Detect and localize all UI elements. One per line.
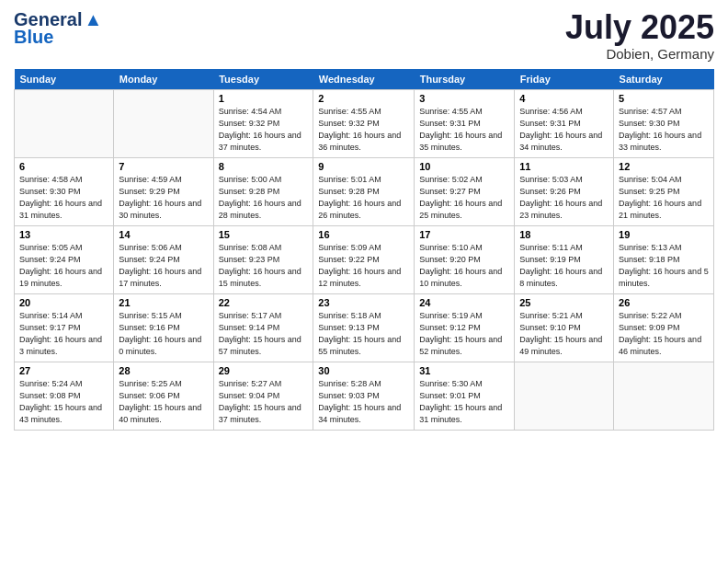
calendar-week-2: 6 Sunrise: 4:58 AMSunset: 9:30 PMDayligh… xyxy=(15,157,714,225)
day-number: 15 xyxy=(219,229,309,240)
day-number: 28 xyxy=(119,365,208,376)
day-number: 8 xyxy=(219,161,309,172)
calendar-cell: 15 Sunrise: 5:08 AMSunset: 9:23 PMDaylig… xyxy=(213,225,313,293)
calendar-cell: 19 Sunrise: 5:13 AMSunset: 9:18 PMDaylig… xyxy=(614,225,714,293)
day-info: Sunrise: 5:08 AMSunset: 9:23 PMDaylight:… xyxy=(219,242,309,290)
day-info: Sunrise: 5:22 AMSunset: 9:09 PMDaylight:… xyxy=(619,310,709,358)
calendar-cell: 30 Sunrise: 5:28 AMSunset: 9:03 PMDaylig… xyxy=(313,362,415,430)
calendar-cell: 14 Sunrise: 5:06 AMSunset: 9:24 PMDaylig… xyxy=(114,225,213,293)
day-info: Sunrise: 5:27 AMSunset: 9:04 PMDaylight:… xyxy=(219,378,309,426)
calendar-cell: 21 Sunrise: 5:15 AMSunset: 9:16 PMDaylig… xyxy=(114,293,213,362)
calendar-cell: 12 Sunrise: 5:04 AMSunset: 9:25 PMDaylig… xyxy=(614,157,714,225)
day-info: Sunrise: 5:28 AMSunset: 9:03 PMDaylight:… xyxy=(318,378,409,426)
day-number: 20 xyxy=(19,297,108,308)
calendar-cell: 11 Sunrise: 5:03 AMSunset: 9:26 PMDaylig… xyxy=(515,157,614,225)
day-info: Sunrise: 5:25 AMSunset: 9:06 PMDaylight:… xyxy=(119,378,208,426)
calendar-cell: 8 Sunrise: 5:00 AMSunset: 9:28 PMDayligh… xyxy=(213,157,313,225)
day-info: Sunrise: 5:13 AMSunset: 9:18 PMDaylight:… xyxy=(619,242,709,290)
day-number: 31 xyxy=(419,365,509,376)
day-info: Sunrise: 4:55 AMSunset: 9:31 PMDaylight:… xyxy=(419,106,509,154)
day-info: Sunrise: 4:59 AMSunset: 9:29 PMDaylight:… xyxy=(119,174,208,222)
day-info: Sunrise: 5:30 AMSunset: 9:01 PMDaylight:… xyxy=(419,378,509,426)
day-number: 9 xyxy=(318,161,409,172)
calendar-week-5: 27 Sunrise: 5:24 AMSunset: 9:08 PMDaylig… xyxy=(15,362,714,430)
day-info: Sunrise: 5:11 AMSunset: 9:19 PMDaylight:… xyxy=(519,242,609,290)
day-info: Sunrise: 5:04 AMSunset: 9:25 PMDaylight:… xyxy=(619,174,709,222)
day-number: 7 xyxy=(119,161,208,172)
day-number: 25 xyxy=(519,297,609,308)
day-info: Sunrise: 4:55 AMSunset: 9:32 PMDaylight:… xyxy=(318,106,409,154)
day-info: Sunrise: 5:19 AMSunset: 9:12 PMDaylight:… xyxy=(419,310,509,358)
day-info: Sunrise: 5:03 AMSunset: 9:26 PMDaylight:… xyxy=(519,174,609,222)
day-info: Sunrise: 5:17 AMSunset: 9:14 PMDaylight:… xyxy=(219,310,309,358)
col-wednesday: Wednesday xyxy=(313,69,415,90)
day-number: 22 xyxy=(219,297,309,308)
calendar-cell: 25 Sunrise: 5:21 AMSunset: 9:10 PMDaylig… xyxy=(515,293,614,362)
calendar-cell: 20 Sunrise: 5:14 AMSunset: 9:17 PMDaylig… xyxy=(15,293,114,362)
day-info: Sunrise: 5:14 AMSunset: 9:17 PMDaylight:… xyxy=(19,310,108,358)
day-info: Sunrise: 5:24 AMSunset: 9:08 PMDaylight:… xyxy=(19,378,108,426)
col-monday: Monday xyxy=(114,69,213,90)
day-number: 30 xyxy=(318,365,409,376)
calendar-cell: 29 Sunrise: 5:27 AMSunset: 9:04 PMDaylig… xyxy=(213,362,313,430)
day-number: 11 xyxy=(519,161,609,172)
col-thursday: Thursday xyxy=(415,69,515,90)
location: Dobien, Germany xyxy=(565,46,714,62)
calendar-cell: 9 Sunrise: 5:01 AMSunset: 9:28 PMDayligh… xyxy=(313,157,415,225)
day-info: Sunrise: 5:21 AMSunset: 9:10 PMDaylight:… xyxy=(519,310,609,358)
day-info: Sunrise: 5:06 AMSunset: 9:24 PMDaylight:… xyxy=(119,242,208,290)
day-number: 16 xyxy=(318,229,409,240)
day-number: 21 xyxy=(119,297,208,308)
calendar-cell: 3 Sunrise: 4:55 AMSunset: 9:31 PMDayligh… xyxy=(415,89,515,157)
calendar-cell: 13 Sunrise: 5:05 AMSunset: 9:24 PMDaylig… xyxy=(15,225,114,293)
header: General▲ Blue July 2025 Dobien, Germany xyxy=(14,9,714,62)
col-saturday: Saturday xyxy=(614,69,714,90)
calendar-cell: 22 Sunrise: 5:17 AMSunset: 9:14 PMDaylig… xyxy=(213,293,313,362)
calendar-cell: 24 Sunrise: 5:19 AMSunset: 9:12 PMDaylig… xyxy=(415,293,515,362)
calendar-cell: 2 Sunrise: 4:55 AMSunset: 9:32 PMDayligh… xyxy=(313,89,415,157)
calendar-cell: 23 Sunrise: 5:18 AMSunset: 9:13 PMDaylig… xyxy=(313,293,415,362)
day-info: Sunrise: 4:58 AMSunset: 9:30 PMDaylight:… xyxy=(19,174,108,222)
day-number: 5 xyxy=(619,93,709,104)
day-number: 10 xyxy=(419,161,509,172)
calendar-cell: 18 Sunrise: 5:11 AMSunset: 9:19 PMDaylig… xyxy=(515,225,614,293)
month-year: July 2025 xyxy=(565,9,714,46)
calendar-cell: 16 Sunrise: 5:09 AMSunset: 9:22 PMDaylig… xyxy=(313,225,415,293)
day-number: 17 xyxy=(419,229,509,240)
calendar-cell: 4 Sunrise: 4:56 AMSunset: 9:31 PMDayligh… xyxy=(515,89,614,157)
calendar-week-3: 13 Sunrise: 5:05 AMSunset: 9:24 PMDaylig… xyxy=(15,225,714,293)
day-info: Sunrise: 5:02 AMSunset: 9:27 PMDaylight:… xyxy=(419,174,509,222)
calendar-week-4: 20 Sunrise: 5:14 AMSunset: 9:17 PMDaylig… xyxy=(15,293,714,362)
calendar-cell xyxy=(515,362,614,430)
calendar-cell: 7 Sunrise: 4:59 AMSunset: 9:29 PMDayligh… xyxy=(114,157,213,225)
calendar-cell: 1 Sunrise: 4:54 AMSunset: 9:32 PMDayligh… xyxy=(213,89,313,157)
day-number: 13 xyxy=(19,229,108,240)
calendar-table: Sunday Monday Tuesday Wednesday Thursday… xyxy=(14,69,714,431)
day-number: 2 xyxy=(318,93,409,104)
calendar-cell xyxy=(114,89,213,157)
day-info: Sunrise: 4:54 AMSunset: 9:32 PMDaylight:… xyxy=(219,106,309,154)
col-sunday: Sunday xyxy=(15,69,114,90)
day-info: Sunrise: 5:18 AMSunset: 9:13 PMDaylight:… xyxy=(318,310,409,358)
day-info: Sunrise: 5:05 AMSunset: 9:24 PMDaylight:… xyxy=(19,242,108,290)
col-friday: Friday xyxy=(515,69,614,90)
calendar-cell: 5 Sunrise: 4:57 AMSunset: 9:30 PMDayligh… xyxy=(614,89,714,157)
day-info: Sunrise: 5:10 AMSunset: 9:20 PMDaylight:… xyxy=(419,242,509,290)
calendar-cell: 6 Sunrise: 4:58 AMSunset: 9:30 PMDayligh… xyxy=(15,157,114,225)
day-number: 6 xyxy=(19,161,108,172)
day-number: 18 xyxy=(519,229,609,240)
calendar-cell: 10 Sunrise: 5:02 AMSunset: 9:27 PMDaylig… xyxy=(415,157,515,225)
day-number: 29 xyxy=(219,365,309,376)
col-tuesday: Tuesday xyxy=(213,69,313,90)
day-number: 23 xyxy=(318,297,409,308)
calendar-cell: 27 Sunrise: 5:24 AMSunset: 9:08 PMDaylig… xyxy=(15,362,114,430)
day-info: Sunrise: 4:56 AMSunset: 9:31 PMDaylight:… xyxy=(519,106,609,154)
day-info: Sunrise: 5:00 AMSunset: 9:28 PMDaylight:… xyxy=(219,174,309,222)
day-number: 14 xyxy=(119,229,208,240)
logo-blue: Blue xyxy=(14,27,53,48)
logo: General▲ Blue xyxy=(14,9,102,48)
calendar-cell: 26 Sunrise: 5:22 AMSunset: 9:09 PMDaylig… xyxy=(614,293,714,362)
calendar-cell: 28 Sunrise: 5:25 AMSunset: 9:06 PMDaylig… xyxy=(114,362,213,430)
page-container: General▲ Blue July 2025 Dobien, Germany … xyxy=(0,0,728,440)
day-number: 27 xyxy=(19,365,108,376)
